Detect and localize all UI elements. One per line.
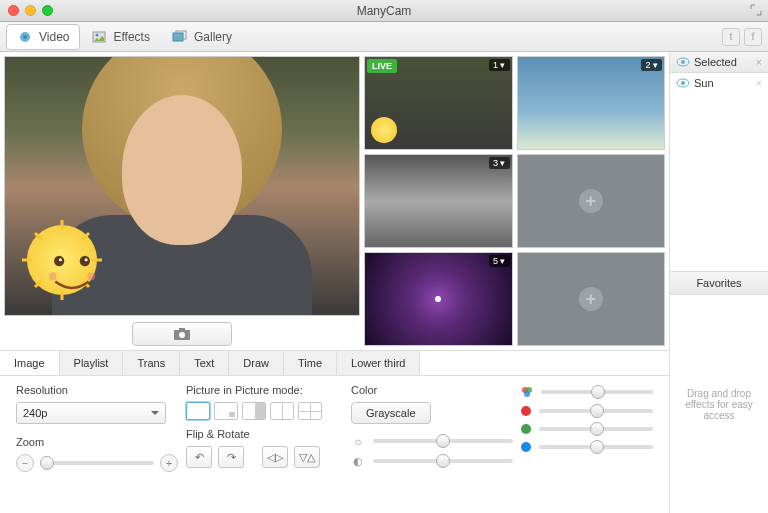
sun-icon xyxy=(371,117,397,143)
ctab-lowerthird[interactable]: Lower third xyxy=(337,351,420,375)
red-slider[interactable] xyxy=(539,409,653,413)
blue-dot-icon xyxy=(521,442,531,452)
add-source-icon: + xyxy=(579,287,603,311)
favorites-header[interactable]: Favorites xyxy=(670,271,768,295)
effect-item-label: Sun xyxy=(694,77,714,89)
ctab-trans[interactable]: Trans xyxy=(123,351,180,375)
pip-mode-side[interactable] xyxy=(242,402,266,420)
zoom-label: Zoom xyxy=(16,436,178,448)
source-thumb-3[interactable]: 3 ▾ xyxy=(364,154,513,248)
zoom-in-button[interactable]: + xyxy=(160,454,178,472)
expand-icon[interactable] xyxy=(750,4,762,16)
svg-rect-21 xyxy=(179,328,185,331)
close-icon[interactable]: × xyxy=(756,56,762,68)
close-icon[interactable]: × xyxy=(756,77,762,89)
svg-rect-4 xyxy=(173,33,183,41)
tab-video-label: Video xyxy=(39,30,69,44)
selected-panel-header: Selected × xyxy=(670,52,768,73)
tab-effects[interactable]: Effects xyxy=(80,24,160,50)
source-thumb-1[interactable]: LIVE 1 ▾ xyxy=(364,56,513,150)
effect-item-sun[interactable]: Sun × xyxy=(670,73,768,93)
green-dot-icon xyxy=(521,424,531,434)
thumb-number: 1 ▾ xyxy=(489,59,510,71)
source-thumb-4[interactable]: + xyxy=(517,154,666,248)
pip-mode-full[interactable] xyxy=(186,402,210,420)
titlebar: ManyCam xyxy=(0,0,768,22)
tab-effects-label: Effects xyxy=(113,30,149,44)
svg-point-22 xyxy=(179,332,185,338)
svg-point-27 xyxy=(681,60,685,64)
source-thumb-2[interactable]: 2 ▾ xyxy=(517,56,666,150)
brightness-slider[interactable] xyxy=(373,439,513,443)
video-icon xyxy=(17,29,33,45)
green-slider[interactable] xyxy=(539,427,653,431)
grayscale-button[interactable]: Grayscale xyxy=(351,402,431,424)
zoom-out-button[interactable]: − xyxy=(16,454,34,472)
drag-hint: Drag and drop effects for easy access xyxy=(670,295,768,513)
brightness-icon: ☼ xyxy=(351,434,365,448)
pip-mode-quad[interactable] xyxy=(298,402,322,420)
thumb-number: 2 ▾ xyxy=(641,59,662,71)
source-thumb-6[interactable]: + xyxy=(517,252,666,346)
svg-point-1 xyxy=(23,35,27,39)
pip-mode-corner[interactable] xyxy=(214,402,238,420)
resolution-label: Resolution xyxy=(16,384,178,396)
flip-vertical-button[interactable]: ▽△ xyxy=(294,446,320,468)
selected-label: Selected xyxy=(694,56,737,68)
sun-effect-overlay xyxy=(17,215,107,305)
rotate-left-button[interactable]: ↶ xyxy=(186,446,212,468)
twitter-button[interactable]: t xyxy=(722,28,740,46)
ctab-playlist[interactable]: Playlist xyxy=(60,351,124,375)
ctab-time[interactable]: Time xyxy=(284,351,337,375)
snapshot-button[interactable] xyxy=(132,322,232,346)
effects-sidebar: Selected × Sun × Favorites Drag and drop… xyxy=(670,52,768,513)
flip-label: Flip & Rotate xyxy=(186,428,343,440)
contrast-slider[interactable] xyxy=(373,459,513,463)
tab-gallery[interactable]: Gallery xyxy=(161,24,243,50)
rotate-right-button[interactable]: ↷ xyxy=(218,446,244,468)
zoom-slider[interactable] xyxy=(40,461,154,465)
add-source-icon: + xyxy=(579,189,603,213)
svg-point-16 xyxy=(59,258,62,261)
svg-point-19 xyxy=(87,273,95,281)
ctab-image[interactable]: Image xyxy=(0,351,60,375)
source-thumb-5[interactable]: 5 ▾ xyxy=(364,252,513,346)
svg-point-14 xyxy=(54,256,64,266)
rgb-icon xyxy=(521,386,533,398)
color-label: Color xyxy=(351,384,513,396)
tab-gallery-label: Gallery xyxy=(194,30,232,44)
source-grid: LIVE 1 ▾ 2 ▾ 3 ▾ + 5 ▾ + xyxy=(364,56,665,346)
ctab-text[interactable]: Text xyxy=(180,351,229,375)
main-preview[interactable] xyxy=(4,56,360,316)
gallery-icon xyxy=(172,29,188,45)
svg-point-25 xyxy=(524,391,530,397)
ctab-draw[interactable]: Draw xyxy=(229,351,284,375)
app-title: ManyCam xyxy=(0,4,768,18)
contrast-icon: ◐ xyxy=(351,454,365,468)
svg-point-17 xyxy=(85,258,88,261)
live-badge: LIVE xyxy=(367,59,397,73)
pip-label: Picture in Picture mode: xyxy=(186,384,343,396)
control-tabs: Image Playlist Trans Text Draw Time Lowe… xyxy=(0,351,669,376)
tab-video[interactable]: Video xyxy=(6,24,80,50)
eye-icon[interactable] xyxy=(676,57,690,67)
svg-point-29 xyxy=(681,81,685,85)
blue-slider[interactable] xyxy=(539,445,653,449)
svg-point-18 xyxy=(49,273,57,281)
eye-icon[interactable] xyxy=(676,78,690,88)
camera-icon xyxy=(173,327,191,341)
thumb-number: 3 ▾ xyxy=(489,157,510,169)
saturation-slider[interactable] xyxy=(541,390,653,394)
svg-point-3 xyxy=(96,33,99,36)
resolution-select[interactable]: 240p xyxy=(16,402,166,424)
thumb-number: 5 ▾ xyxy=(489,255,510,267)
flip-horizontal-button[interactable]: ◁▷ xyxy=(262,446,288,468)
resolution-value: 240p xyxy=(23,407,47,419)
facebook-button[interactable]: f xyxy=(744,28,762,46)
effects-icon xyxy=(91,29,107,45)
main-toolbar: Video Effects Gallery t f xyxy=(0,22,768,52)
svg-point-15 xyxy=(80,256,90,266)
red-dot-icon xyxy=(521,406,531,416)
pip-mode-split-v[interactable] xyxy=(270,402,294,420)
